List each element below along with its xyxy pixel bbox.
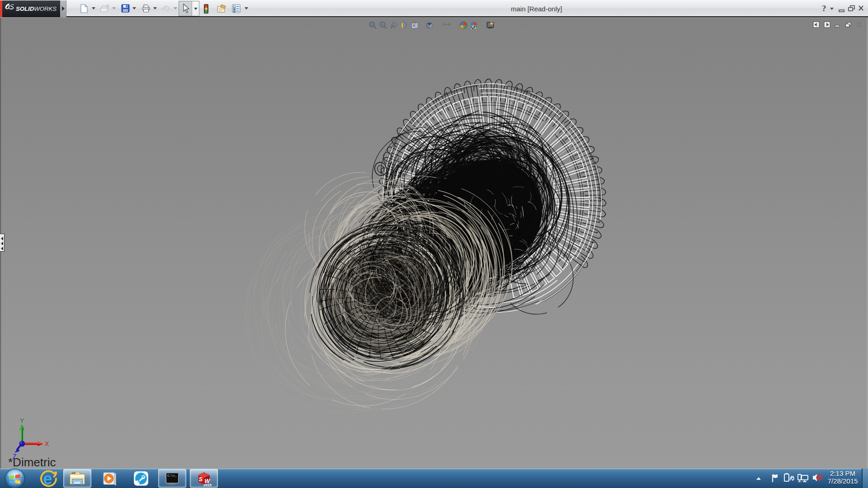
svg-text:C:\>_: C:\>_ [167, 474, 177, 477]
svg-text:?: ? [822, 4, 826, 13]
svg-text:SOLIDWORKS: SOLIDWORKS [16, 5, 57, 12]
svg-text:S: S [199, 476, 203, 483]
svg-text:Y: Y [20, 418, 24, 424]
svg-text:X: X [45, 440, 49, 447]
svg-text:2015: 2015 [203, 483, 212, 487]
svg-text:Z: Z [13, 453, 17, 460]
